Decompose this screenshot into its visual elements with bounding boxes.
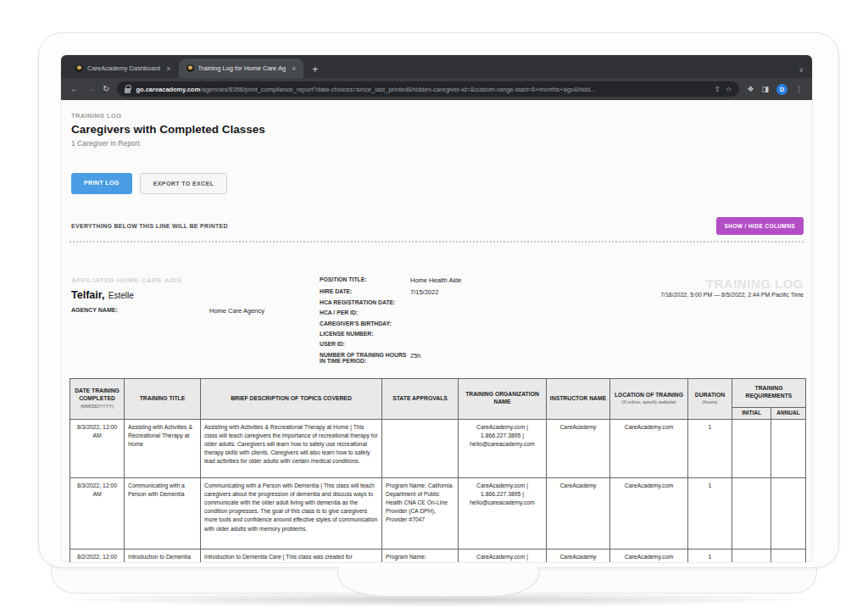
print-notice: EVERYTHING BELOW THIS LINE WILL BE PRINT… — [71, 223, 228, 229]
careacademy-favicon-icon — [75, 64, 83, 72]
cell-instructor: CareAcademy — [547, 549, 610, 563]
address-bar[interactable]: go.careacademy.com/agencies/8356/print_c… — [117, 81, 739, 97]
field-training-hours: NUMBER OF TRAINING HOURS IN TIME PERIOD:… — [320, 352, 574, 365]
cell-annual — [771, 549, 806, 563]
report-date-range: 7/18/2022, 5:00 PM — 8/5/2022, 2:44 PM P… — [574, 292, 804, 298]
col-header-date: DATE TRAINING COMPLETED(MM/DD/YYYY) — [70, 378, 125, 419]
cell-annual — [771, 419, 806, 477]
col-header-title: TRAINING TITLE — [125, 378, 201, 419]
back-icon[interactable]: ← — [70, 85, 79, 93]
col-header-organization: TRAINING ORGANIZATION NAME — [459, 378, 547, 419]
cell-initial — [732, 549, 771, 563]
browser-toolbar: ← → ↻ go.careacademy.com/agencies/8356/p… — [61, 78, 812, 100]
training-log-watermark: TRAINING LOG — [574, 276, 804, 291]
device-frame: CareAcademy Dashboard × Training Log for… — [38, 32, 839, 568]
profile-avatar[interactable]: D — [776, 84, 787, 95]
cell-state-approvals: Program Name: — [382, 549, 459, 563]
print-log-button[interactable]: PRINT LOG — [71, 173, 132, 194]
col-header-description: BRIEF DESCRIPTION OF TOPICS COVERED — [201, 378, 382, 419]
col-header-initial: INITIAL — [732, 407, 771, 419]
cell-date: 8/3/2022, 12:00 AM — [70, 477, 125, 549]
action-buttons: PRINT LOG EXPORT TO EXCEL — [61, 173, 812, 194]
agency-row: AGENCY NAME: Home Care Agency — [71, 307, 320, 315]
cell-description: Assisting with Activities & Recreational… — [201, 419, 382, 477]
field-position-title: POSITION TITLE: Home Health Aide — [320, 276, 574, 284]
training-table-container: DATE TRAINING COMPLETED(MM/DD/YYYY) TRAI… — [61, 378, 812, 563]
col-header-location: LOCATION OF TRAINING(If online, specify … — [610, 378, 688, 419]
page-title: Caregivers with Completed Classes — [71, 123, 802, 136]
cell-date: 8/3/2022, 12:00 AM — [70, 419, 125, 477]
cell-organization: CareAcademy.com | 1.866.227.3895 | hello… — [459, 419, 547, 477]
agency-label: AGENCY NAME: — [71, 307, 209, 315]
cell-title: Communicating with a Person with Dementi… — [125, 477, 201, 549]
cell-organization: CareAcademy.com | 1.866.227.3895 | hello… — [459, 549, 547, 563]
new-tab-button[interactable]: + — [312, 64, 318, 78]
extensions-icon[interactable]: ❖ — [747, 85, 754, 93]
tab-title: CareAcademy Dashboard — [87, 64, 160, 72]
url-domain: go.careacademy.com — [136, 86, 200, 93]
cell-initial — [732, 477, 771, 549]
tab-careacademy-dashboard[interactable]: CareAcademy Dashboard × — [68, 59, 179, 78]
cell-location: CareAcademy.com — [610, 549, 688, 563]
close-tab-icon[interactable]: × — [292, 64, 296, 73]
agency-value: Home Care Agency — [209, 307, 264, 315]
page-viewport: TRAINING LOG Caregivers with Completed C… — [61, 100, 812, 563]
col-header-annual: ANNUAL — [771, 407, 806, 419]
forward-icon[interactable]: → — [86, 85, 95, 93]
cell-duration: 1 — [688, 477, 732, 549]
col-header-state-approvals: STATE APPROVALS — [382, 378, 459, 419]
tab-search-chevron-icon[interactable]: ∨ — [798, 66, 804, 78]
col-header-requirements: TRAINING REQUIREMENTS — [732, 378, 806, 407]
menu-kebab-icon[interactable]: ⋮ — [795, 85, 803, 93]
caregiver-fields: POSITION TITLE: Home Health Aide HIRE DA… — [320, 276, 574, 369]
cell-annual — [771, 477, 806, 549]
side-panel-icon[interactable]: ◨ — [761, 85, 769, 93]
field-caregiver-birthday: CAREGIVER'S BIRTHDAY: — [320, 321, 574, 327]
training-table: DATE TRAINING COMPLETED(MM/DD/YYYY) TRAI… — [70, 378, 806, 563]
report-meta: TRAINING LOG 7/18/2022, 5:00 PM — 8/5/20… — [574, 276, 804, 369]
cell-duration: 1 — [688, 549, 732, 563]
cell-state-approvals: Program Name: California Department of P… — [382, 477, 459, 549]
role-label: AFFILIATED HOME CARE AIDE — [71, 276, 320, 284]
cell-description: Introduction to Dementia Care | This cla… — [201, 549, 382, 563]
table-row: 8/3/2022, 12:00 AM Assisting with Activi… — [70, 419, 806, 477]
cell-organization: CareAcademy.com | 1.866.227.3895 | hello… — [459, 477, 547, 549]
field-license-number: LICENSE NUMBER: — [320, 331, 574, 337]
browser-window: CareAcademy Dashboard × Training Log for… — [60, 54, 813, 563]
cell-title: Assisting with Activities & Recreational… — [125, 419, 201, 477]
bookmark-star-icon[interactable]: ☆ — [726, 85, 732, 93]
caregiver-identity: AFFILIATED HOME CARE AIDE Telfair, Estel… — [71, 276, 320, 369]
cell-location: CareAcademy.com — [610, 477, 688, 549]
cell-state-approvals — [382, 419, 459, 477]
table-row: 8/2/2022, 12:00 AM Introduction to Demen… — [70, 549, 806, 563]
caregiver-name: Telfair, Estelle — [71, 287, 320, 302]
field-hire-date: HIRE DATE: 7/15/2022 — [320, 288, 574, 296]
print-divider-line — [70, 241, 804, 243]
careacademy-favicon-icon — [186, 64, 194, 72]
page-url: go.careacademy.com/agencies/8356/print_c… — [136, 86, 709, 93]
cell-date: 8/2/2022, 12:00 AM — [70, 549, 125, 563]
share-icon[interactable]: ⇧ — [715, 85, 721, 93]
tab-training-log[interactable]: Training Log for Home Care Ag × — [179, 59, 304, 78]
url-path: /agencies/8356/print_compliance_report?d… — [200, 86, 595, 93]
field-hca-registration-date: HCA REGISTRATION DATE: — [320, 299, 574, 306]
tab-title: Training Log for Home Care Ag — [198, 64, 287, 72]
device-notch — [337, 566, 539, 597]
col-header-duration: DURATION(hours) — [688, 378, 732, 419]
export-to-excel-button[interactable]: EXPORT TO EXCEL — [140, 173, 228, 194]
field-user-id: USER ID: — [320, 341, 574, 348]
reload-icon[interactable]: ↻ — [103, 85, 109, 93]
table-row: 8/3/2022, 12:00 AM Communicating with a … — [70, 477, 806, 549]
print-divider-row: EVERYTHING BELOW THIS LINE WILL BE PRINT… — [61, 217, 812, 235]
cell-initial — [732, 419, 771, 477]
browser-tabstrip: CareAcademy Dashboard × Training Log for… — [61, 55, 812, 78]
training-log-eyebrow: TRAINING LOG — [71, 112, 802, 120]
show-hide-columns-button[interactable]: SHOW / HIDE COLUMNS — [716, 217, 804, 235]
close-tab-icon[interactable]: × — [166, 64, 170, 73]
page-header: TRAINING LOG Caregivers with Completed C… — [61, 100, 812, 148]
cell-instructor: CareAcademy — [547, 477, 610, 549]
caregiver-count: 1 Caregiver in Report — [71, 139, 802, 148]
cell-description: Communicating with a Person with Dementi… — [201, 477, 382, 549]
caregiver-info-section: AFFILIATED HOME CARE AIDE Telfair, Estel… — [61, 276, 812, 369]
cell-duration: 1 — [688, 419, 732, 477]
